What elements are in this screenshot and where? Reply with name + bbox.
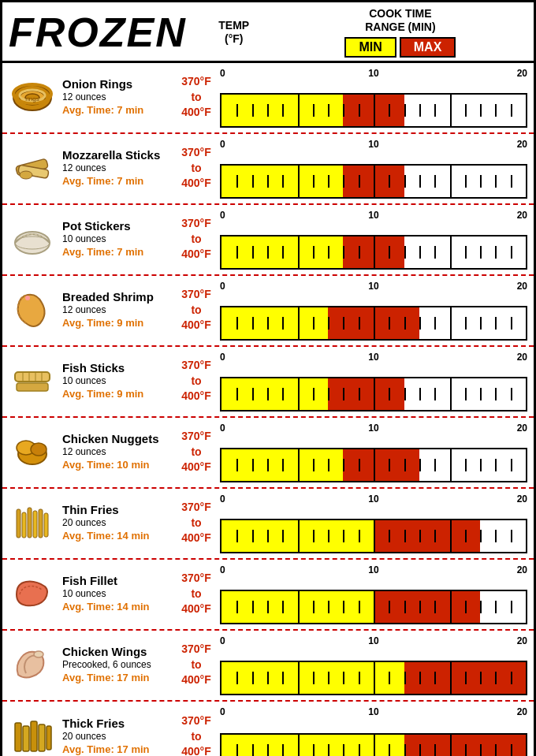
chart-scale-9: 0 10 20	[220, 706, 527, 719]
svg-point-11	[25, 296, 30, 300]
food-image-thin-fries	[9, 500, 56, 547]
food-temp-5: 370°Fto400°F	[173, 423, 220, 482]
chart-bar-8	[220, 661, 527, 695]
food-image-breaded-shrimp	[9, 287, 56, 334]
svg-rect-12	[15, 372, 50, 382]
food-row-4: Fish Sticks 10 ounces Avg. Time: 9 min 3…	[2, 347, 534, 418]
food-temp-0: 370°Fto400°F	[173, 68, 220, 128]
food-chart-8: 0 10 20	[220, 635, 527, 695]
food-info-9: Thick Fries 20 ounces Avg. Time: 17 min	[62, 706, 173, 756]
food-name-1: Mozzarella Sticks	[62, 148, 169, 162]
food-weight-9: 20 ounces	[62, 731, 169, 743]
food-temp-3: 370°Fto400°F	[173, 281, 220, 341]
svg-rect-24	[33, 511, 37, 538]
chart-scale-mid: 10	[322, 352, 425, 363]
chart-bar-1	[220, 164, 527, 199]
food-avg-6: Avg. Time: 14 min	[62, 530, 169, 543]
food-row-6: Thin Fries 20 ounces Avg. Time: 14 min 3…	[2, 489, 534, 560]
food-info-4: Fish Sticks 10 ounces Avg. Time: 9 min	[62, 352, 173, 412]
food-name-7: Fish Fillet	[62, 574, 169, 588]
food-chart-4: 0 10 20	[220, 352, 527, 412]
food-avg-1: Avg. Time: 7 min	[62, 175, 169, 188]
header-temp-label: TEMP(°F)	[203, 19, 266, 46]
food-chart-0: 0 10 20	[220, 68, 527, 128]
food-row-7: Fish Fillet 10 ounces Avg. Time: 14 min …	[2, 560, 534, 631]
food-image-thick-fries	[9, 713, 56, 756]
svg-rect-30	[31, 721, 37, 751]
svg-rect-13	[17, 383, 48, 391]
food-image-fish-sticks	[9, 358, 56, 405]
food-row-8: Chicken Wings Precooked, 6 ounces Avg. T…	[2, 631, 534, 702]
chart-scale-mid: 10	[322, 493, 425, 505]
chart-scale-max: 20	[425, 210, 527, 221]
chart-scale-2: 0 10 20	[220, 210, 527, 222]
header-min-max: MIN MAX	[274, 37, 527, 58]
chart-scale-min: 0	[220, 281, 322, 292]
chart-scale-5: 0 10 20	[220, 423, 527, 435]
chart-scale-8: 0 10 20	[220, 635, 527, 648]
chart-scale-max: 20	[425, 706, 527, 717]
chart-scale-mid: 10	[322, 706, 425, 717]
header-cook-label: COOK TIMERANGE (MIN)	[274, 7, 527, 34]
svg-point-27	[34, 651, 43, 657]
food-chart-5: 0 10 20	[220, 423, 527, 482]
chart-scale-mid: 10	[322, 635, 425, 646]
header-cook-section: COOK TIMERANGE (MIN) MIN MAX	[274, 7, 527, 58]
chart-scale-max: 20	[425, 352, 527, 363]
svg-rect-31	[39, 724, 45, 751]
food-avg-7: Avg. Time: 14 min	[62, 601, 169, 614]
food-row-9: Thick Fries 20 ounces Avg. Time: 17 min …	[2, 702, 534, 756]
chart-scale-min: 0	[220, 139, 322, 150]
food-temp-4: 370°Fto400°F	[173, 352, 220, 412]
food-temp-9: 370°Fto400°F	[173, 706, 220, 756]
chart-scale-mid: 10	[322, 423, 425, 434]
food-temp-1: 370°Fto400°F	[173, 139, 220, 199]
food-chart-3: 0 10 20	[220, 281, 527, 341]
food-image-mozzarella-sticks	[9, 145, 56, 192]
chart-scale-max: 20	[425, 68, 527, 79]
food-row-2: Pot Stickers 10 ounces Avg. Time: 7 min …	[2, 205, 534, 276]
food-info-7: Fish Fillet 10 ounces Avg. Time: 14 min	[62, 564, 173, 624]
chart-scale-max: 20	[425, 493, 527, 505]
food-info-8: Chicken Wings Precooked, 6 ounces Avg. T…	[62, 635, 173, 695]
food-row-1: Mozzarella Sticks 12 ounces Avg. Time: 7…	[2, 134, 534, 205]
food-chart-2: 0 10 20	[220, 210, 527, 270]
header-min-label: MIN	[344, 37, 396, 58]
chart-scale-1: 0 10 20	[220, 139, 527, 151]
food-chart-6: 0 10 20	[220, 493, 527, 553]
food-row-3: Breaded Shrimp 12 ounces Avg. Time: 9 mi…	[2, 276, 534, 347]
chart-scale-min: 0	[220, 352, 322, 363]
food-temp-2: 370°Fto400°F	[173, 210, 220, 270]
svg-rect-26	[44, 513, 48, 537]
chart-scale-mid: 10	[322, 139, 425, 150]
chart-scale-0: 0 10 20	[220, 68, 527, 80]
food-avg-8: Avg. Time: 17 min	[62, 672, 169, 685]
food-row-5: Chicken Nuggets 12 ounces Avg. Time: 10 …	[2, 418, 534, 489]
food-weight-0: 12 ounces	[62, 91, 169, 104]
chart-bar-6	[220, 519, 527, 553]
svg-rect-32	[47, 726, 51, 750]
chart-scale-min: 0	[220, 423, 322, 434]
header: FROZEN TEMP(°F) COOK TIMERANGE (MIN) MIN…	[2, 2, 534, 63]
svg-rect-25	[39, 509, 43, 538]
chart-bar-7	[220, 590, 527, 624]
food-image-fish-fillet	[9, 571, 56, 618]
food-info-2: Pot Stickers 10 ounces Avg. Time: 7 min	[62, 210, 173, 270]
food-info-1: Mozzarella Sticks 12 ounces Avg. Time: 7…	[62, 139, 173, 199]
chart-bar-5	[220, 448, 527, 482]
food-list: rings Onion Rings 12 ounces Avg. Time: 7…	[2, 63, 534, 756]
chart-scale-6: 0 10 20	[220, 493, 527, 506]
svg-point-20	[31, 443, 47, 456]
chart-bar-4	[220, 377, 527, 412]
food-info-3: Breaded Shrimp 12 ounces Avg. Time: 9 mi…	[62, 281, 173, 341]
svg-rect-23	[28, 508, 32, 538]
food-info-6: Thin Fries 20 ounces Avg. Time: 14 min	[62, 493, 173, 553]
food-avg-3: Avg. Time: 9 min	[62, 317, 169, 330]
svg-point-8	[20, 171, 32, 179]
food-info-5: Chicken Nuggets 12 ounces Avg. Time: 10 …	[62, 423, 173, 482]
food-weight-6: 20 ounces	[62, 517, 169, 530]
food-avg-9: Avg. Time: 17 min	[62, 743, 169, 756]
chart-scale-4: 0 10 20	[220, 352, 527, 364]
chart-scale-max: 20	[425, 281, 527, 292]
chart-scale-mid: 10	[322, 210, 425, 221]
